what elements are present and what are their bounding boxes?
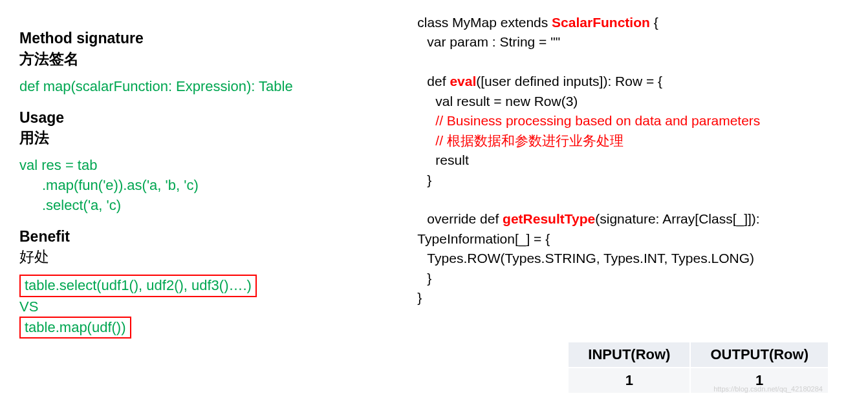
code-line-10: TypeInformation[_] = { xyxy=(417,229,849,249)
code-line-6: // 根据数据和参数进行业务处理 xyxy=(417,131,849,151)
table-val-input: 1 xyxy=(568,368,690,393)
left-column: Method signature 方法签名 def map(scalarFunc… xyxy=(19,13,417,394)
code-line-5: // Business processing based on data and… xyxy=(417,111,849,130)
code-line-4: val result = new Row(3) xyxy=(417,92,849,111)
usage-line-3: .select('a, 'c) xyxy=(19,196,404,216)
code-line-12: } xyxy=(417,269,849,288)
code-line-8: } xyxy=(417,171,849,190)
code-line-9: override def getResultType(signature: Ar… xyxy=(417,209,849,229)
signature-code: def map(scalarFunction: Expression): Tab… xyxy=(19,77,404,97)
benefit-vs: VS xyxy=(19,298,404,315)
method-signature-section: Method signature 方法签名 def map(scalarFunc… xyxy=(19,29,404,97)
right-column: class MyMap extends ScalarFunction { var… xyxy=(417,13,849,394)
benefit-box-2: table.map(udf()) xyxy=(19,317,131,339)
code-line-3: def eval([user defined inputs]): Row = { xyxy=(417,72,849,91)
usage-title-en: Usage xyxy=(19,109,404,127)
usage-line-2: .map(fun('e)).as('a, 'b, 'c) xyxy=(19,176,404,196)
code-block: class MyMap extends ScalarFunction { var… xyxy=(417,13,849,308)
watermark-url: https://blog.csdn.net/qq_42180284 xyxy=(713,385,823,393)
table-head-input: INPUT(Row) xyxy=(568,342,690,368)
benefit-section: Benefit 好处 table.select(udf1(), udf2(), … xyxy=(19,227,404,339)
code-line-1: class MyMap extends ScalarFunction { xyxy=(417,13,849,32)
method-signature-title-zh: 方法签名 xyxy=(19,49,404,69)
benefit-title-zh: 好处 xyxy=(19,247,404,267)
usage-section: Usage 用法 val res = tab .map(fun('e)).as(… xyxy=(19,109,404,216)
code-line-2: var param : String = "" xyxy=(417,32,849,52)
code-line-11: Types.ROW(Types.STRING, Types.INT, Types… xyxy=(417,249,849,268)
code-line-13: } xyxy=(417,288,849,308)
benefit-box-1: table.select(udf1(), udf2(), udf3()….) xyxy=(19,275,257,297)
usage-title-zh: 用法 xyxy=(19,128,404,148)
table-head-output: OUTPUT(Row) xyxy=(690,342,829,368)
usage-line-1: val res = tab xyxy=(19,156,404,176)
benefit-title-en: Benefit xyxy=(19,227,404,246)
method-signature-title-en: Method signature xyxy=(19,29,404,48)
io-table-wrapper: INPUT(Row) OUTPUT(Row) 1 1 https://blog.… xyxy=(567,341,829,394)
code-blank-2 xyxy=(417,190,849,209)
code-line-7: result xyxy=(417,151,849,170)
usage-code: val res = tab .map(fun('e)).as('a, 'b, '… xyxy=(19,156,404,215)
code-blank-1 xyxy=(417,52,849,72)
